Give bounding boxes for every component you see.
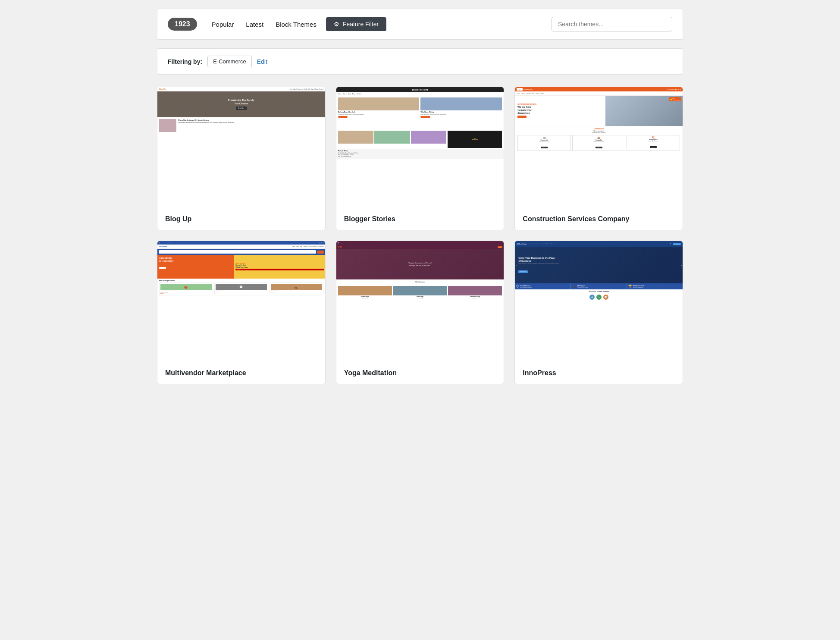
blogup-logo: Blog Up	[159, 88, 166, 90]
blogup-hero-text: Friends Are The FamilyYou Choose	[228, 99, 254, 105]
filter-by-label: Filtering by:	[168, 58, 202, 65]
theme-title-construction: Construction Services Company	[523, 215, 629, 223]
theme-count-badge: 1923	[168, 18, 197, 31]
blogger-logo: Beside The Point	[412, 89, 428, 91]
theme-card-innopress[interactable]: InnoPress HomeAboutServicesPortfolio ▾Bl…	[514, 241, 683, 384]
theme-card-construction[interactable]: ⚒ CONSTRUCTION 📧 mail@site.com ☎ 123-456…	[514, 87, 683, 230]
theme-preview-blogup: Blog Up HomeAboutBusinessHealthLife Styl…	[157, 87, 325, 208]
theme-title-blogup: Blog Up	[165, 215, 191, 223]
filter-tag: E-Commerce	[207, 56, 252, 67]
filter-edit-link[interactable]: Edit	[257, 58, 267, 65]
feature-filter-button[interactable]: ⚙ Feature Filter	[326, 17, 386, 31]
theme-preview-blogger-stories: Beside The Point HomeBlog ▾ShopAboutCont…	[336, 87, 504, 208]
themes-grid: Blog Up HomeAboutBusinessHealthLife Styl…	[157, 87, 683, 384]
theme-card-yoga[interactable]: 📧 info@yoga.com📞 +1-234-567-890📍 1870 Ba…	[336, 241, 505, 384]
filter-bar: Filtering by: E-Commerce Edit	[157, 48, 683, 75]
theme-preview-multivendor: 🚚 Free Delivery↩ Returns PolicyWe're Ded…	[157, 241, 325, 362]
gear-icon: ⚙	[334, 21, 339, 28]
blogup-article-image	[159, 119, 176, 132]
theme-card-multivendor[interactable]: 🚚 Free Delivery↩ Returns PolicyWe're Ded…	[157, 241, 326, 384]
nav-block-themes[interactable]: Block Themes	[270, 18, 323, 31]
themes-header: 1923 Popular Latest Block Themes ⚙ Featu…	[157, 9, 683, 40]
theme-title-blogger-stories: Blogger Stories	[344, 215, 395, 223]
search-input[interactable]	[552, 17, 672, 31]
search-wrap	[552, 17, 672, 31]
theme-title-yoga: Yoga Meditation	[344, 369, 397, 376]
theme-title-innopress: InnoPress	[523, 369, 556, 376]
feature-filter-label: Feature Filter	[343, 21, 379, 28]
nav-popular[interactable]: Popular	[206, 18, 240, 31]
theme-preview-construction: ⚒ CONSTRUCTION 📧 mail@site.com ☎ 123-456…	[515, 87, 683, 208]
theme-card-blogger-stories[interactable]: Beside The Point HomeBlog ▾ShopAboutCont…	[336, 87, 505, 230]
theme-title-multivendor: Multivendor Marketplace	[165, 369, 246, 376]
themes-nav: 1923 Popular Latest Block Themes ⚙ Featu…	[168, 17, 672, 31]
theme-preview-yoga: 📧 info@yoga.com📞 +1-234-567-890📍 1870 Ba…	[336, 241, 504, 362]
theme-card-blogup[interactable]: Blog Up HomeAboutBusinessHealthLife Styl…	[157, 87, 326, 230]
nav-latest[interactable]: Latest	[240, 18, 270, 31]
theme-preview-innopress: InnoPress HomeAboutServicesPortfolio ▾Bl…	[515, 241, 683, 362]
